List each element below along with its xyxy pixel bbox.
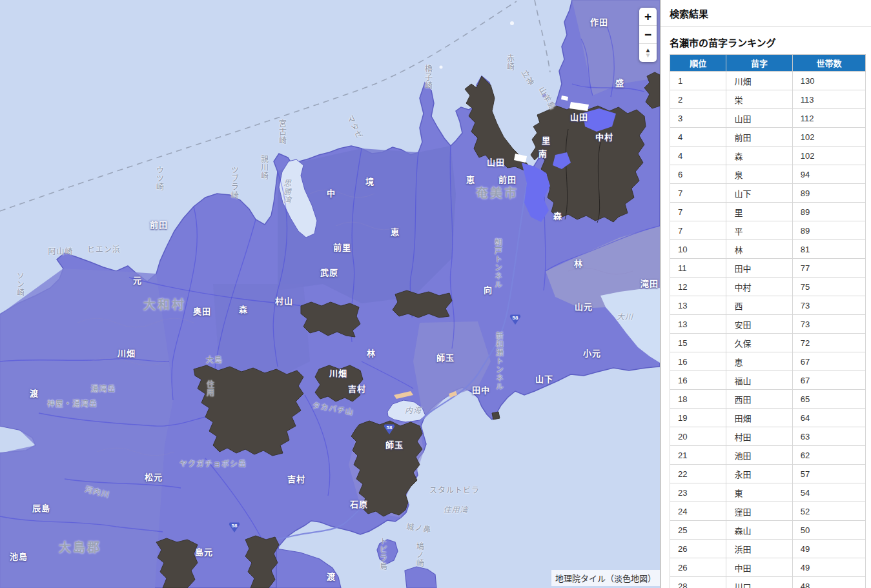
table-row: 6泉94 — [670, 165, 866, 184]
table-row: 7山下89 — [670, 184, 866, 203]
zoom-slider-down-icon: ▼ — [645, 53, 651, 58]
col-header-rank: 順位 — [670, 55, 726, 72]
table-row: 13西73 — [670, 296, 866, 315]
table-cell: 林 — [726, 240, 792, 259]
table-cell: 15 — [670, 334, 726, 352]
table-cell: 112 — [792, 109, 865, 128]
table-cell: 里 — [726, 203, 792, 221]
table-row: 7里89 — [670, 203, 866, 221]
table-cell: 久保 — [726, 334, 792, 352]
table-row: 7平89 — [670, 221, 866, 240]
table-cell: 田中 — [726, 259, 792, 278]
table-cell: 113 — [792, 90, 865, 109]
table-cell: 72 — [792, 334, 865, 352]
table-cell: 中田 — [726, 558, 792, 577]
zoom-out-button[interactable]: − — [639, 26, 657, 44]
table-row: 19田畑64 — [670, 409, 866, 427]
table-cell: 26 — [670, 540, 726, 558]
col-header-surname: 苗字 — [726, 55, 792, 72]
table-cell: 19 — [670, 409, 726, 427]
table-cell: 永田 — [726, 465, 792, 483]
table-cell: 28 — [670, 577, 726, 588]
table-cell: 前田 — [726, 128, 792, 147]
panel-divider — [661, 26, 871, 27]
search-results-panel: 検索結果 名瀬市の苗字ランキング 順位 苗字 世帯数 1川畑1302栄1133山… — [660, 0, 871, 588]
table-cell: 恵 — [726, 352, 792, 371]
table-cell: 18 — [670, 390, 726, 409]
table-cell: 4 — [670, 147, 726, 165]
map-attribution: 地理院タイル（淡色地図） — [551, 570, 660, 586]
table-cell: 浜田 — [726, 540, 792, 558]
table-cell: 西 — [726, 296, 792, 315]
table-cell: 67 — [792, 371, 865, 390]
zoom-in-button[interactable]: + — [639, 8, 657, 26]
table-row: 4前田102 — [670, 128, 866, 147]
table-row: 23東54 — [670, 483, 866, 502]
zoom-slider-button[interactable]: ▲ ▼ — [639, 44, 657, 62]
table-cell: 16 — [670, 352, 726, 371]
table-cell: 48 — [792, 577, 865, 588]
table-cell: 山下 — [726, 184, 792, 203]
table-cell: 49 — [792, 540, 865, 558]
table-cell: 102 — [792, 147, 865, 165]
table-cell: 11 — [670, 259, 726, 278]
table-cell: 6 — [670, 165, 726, 184]
map-canvas[interactable]: 作田盛山田中村里南山田前田恵森境中恵前里武原前田元奥田森村山川畑渡松元辰島池島島… — [0, 0, 660, 588]
table-cell: 西田 — [726, 390, 792, 409]
table-cell: 63 — [792, 427, 865, 446]
table-cell: 3 — [670, 109, 726, 128]
table-cell: 福山 — [726, 371, 792, 390]
table-cell: 栄 — [726, 90, 792, 109]
table-row: 1川畑130 — [670, 72, 866, 90]
table-row: 20村田63 — [670, 427, 866, 446]
table-cell: 81 — [792, 240, 865, 259]
table-row: 26浜田49 — [670, 540, 866, 558]
table-cell: 73 — [792, 315, 865, 334]
table-row: 12中村75 — [670, 278, 866, 296]
table-row: 15久保72 — [670, 334, 866, 352]
table-cell: 12 — [670, 278, 726, 296]
table-row: 24窪田52 — [670, 502, 866, 521]
table-row: 10林81 — [670, 240, 866, 259]
table-cell: 50 — [792, 521, 865, 540]
table-row: 16恵67 — [670, 352, 866, 371]
table-cell: 54 — [792, 483, 865, 502]
table-cell: 130 — [792, 72, 865, 90]
table-cell: 77 — [792, 259, 865, 278]
table-cell: 23 — [670, 483, 726, 502]
table-cell: 村田 — [726, 427, 792, 446]
table-cell: 7 — [670, 184, 726, 203]
table-cell: 東 — [726, 483, 792, 502]
col-header-households: 世帯数 — [792, 55, 865, 72]
table-cell: 中村 — [726, 278, 792, 296]
table-cell: 73 — [792, 296, 865, 315]
table-cell: 67 — [792, 352, 865, 371]
table-cell: 75 — [792, 278, 865, 296]
map-graphics — [0, 0, 660, 588]
table-cell: 102 — [792, 128, 865, 147]
table-cell: 20 — [670, 427, 726, 446]
table-cell: 94 — [792, 165, 865, 184]
ranking-title: 名瀬市の苗字ランキング — [670, 35, 866, 49]
table-cell: 89 — [792, 221, 865, 240]
table-row: 22永田57 — [670, 465, 866, 483]
table-cell: 森山 — [726, 521, 792, 540]
table-cell: 安田 — [726, 315, 792, 334]
table-cell: 22 — [670, 465, 726, 483]
table-cell: 64 — [792, 409, 865, 427]
table-cell: 森 — [726, 147, 792, 165]
table-row: 18西田65 — [670, 390, 866, 409]
table-row: 4森102 — [670, 147, 866, 165]
table-row: 13安田73 — [670, 315, 866, 334]
table-cell: 田畑 — [726, 409, 792, 427]
table-cell: 7 — [670, 221, 726, 240]
table-cell: 13 — [670, 296, 726, 315]
table-cell: 25 — [670, 521, 726, 540]
table-header-row: 順位 苗字 世帯数 — [670, 55, 866, 72]
table-cell: 13 — [670, 315, 726, 334]
map-zoom-control: + − ▲ ▼ — [639, 8, 657, 62]
table-cell: 7 — [670, 203, 726, 221]
table-cell: 10 — [670, 240, 726, 259]
table-row: 16福山67 — [670, 371, 866, 390]
table-cell: 1 — [670, 72, 726, 90]
